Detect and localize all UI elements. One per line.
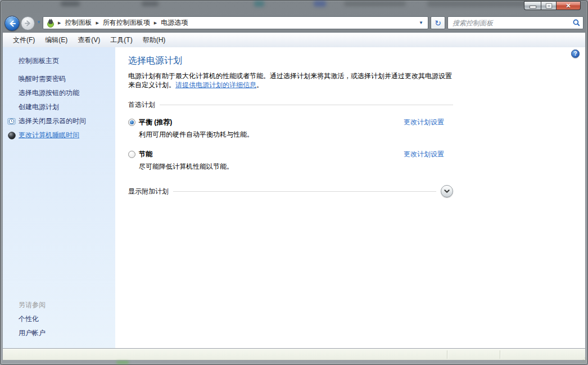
sidebar-item-choose-display-off-time[interactable]: 选择关闭显示器的时间	[3, 114, 115, 128]
section-divider	[160, 105, 453, 105]
preferred-plans-section: 首选计划	[128, 100, 453, 110]
plan-name[interactable]: 平衡 (推荐)	[139, 118, 172, 127]
blur-blob	[142, 1, 159, 6]
power-options-window: ✕ ▼ ▶ 控制面板 ▶ 所有控制面板项 ▶ 电源选项 ▼ ↻	[0, 0, 588, 365]
search-box	[447, 16, 584, 29]
search-input[interactable]	[448, 19, 569, 27]
plan-details-link[interactable]: 请提供电源计划的详细信息	[175, 81, 256, 89]
help-icon: ?	[573, 51, 577, 57]
sidebar-item-create-power-plan[interactable]: 创建电源计划	[3, 100, 115, 114]
change-plan-settings-link-power-saver[interactable]: 更改计划设置	[404, 150, 444, 159]
sidebar-item-label: 用户帐户	[19, 328, 46, 338]
maximize-icon	[546, 4, 551, 8]
sidebar-item-control-panel-home[interactable]: 控制面板主页	[3, 54, 115, 68]
page-title: 选择电源计划	[128, 55, 585, 66]
status-separator	[500, 350, 500, 359]
address-history-dropdown-icon[interactable]: ▼	[419, 20, 428, 25]
plan-name[interactable]: 节能	[139, 150, 152, 159]
sidebar-item-label: 创建电源计划	[19, 102, 59, 112]
sidebar-item-label: 选择关闭显示器的时间	[19, 116, 86, 126]
menu-tools[interactable]: 工具(T)	[105, 34, 137, 47]
status-bar	[3, 348, 585, 360]
maximize-button[interactable]	[541, 1, 557, 10]
resize-grip[interactable]	[579, 356, 587, 364]
sidebar-item-personalization[interactable]: 个性化	[3, 312, 115, 326]
search-icon	[572, 19, 581, 27]
help-button[interactable]: ?	[571, 49, 580, 58]
preferred-plans-label: 首选计划	[128, 100, 155, 110]
menu-view[interactable]: 查看(V)	[73, 34, 105, 47]
minimize-icon	[530, 6, 536, 8]
menu-edit[interactable]: 编辑(E)	[40, 34, 73, 47]
refresh-icon: ↻	[435, 19, 441, 28]
sidebar-item-change-computer-sleep-time[interactable]: 更改计算机睡眠时间	[3, 128, 115, 142]
sidebar-item-label: 唤醒时需要密码	[19, 74, 66, 84]
titlebar[interactable]	[0, 0, 588, 15]
back-arrow-icon	[8, 20, 16, 27]
plan-balanced: 平衡 (推荐) 更改计划设置 利用可用的硬件自动平衡功耗与性能。	[128, 118, 453, 139]
sidebar: 控制面板主页 唤醒时需要密码 选择电源按钮的功能 创建电源计划	[3, 47, 115, 348]
see-also-header: 另请参阅	[3, 298, 115, 312]
sidebar-item-label: 个性化	[19, 314, 39, 324]
breadcrumb-item-all-items[interactable]: 所有控制面板项	[99, 18, 153, 28]
sidebar-item-label: 选择电源按钮的功能	[19, 88, 79, 98]
back-button[interactable]	[4, 16, 20, 31]
power-options-icon[interactable]	[46, 19, 55, 28]
menu-help[interactable]: 帮助(H)	[138, 34, 171, 47]
sidebar-item-user-accounts[interactable]: 用户帐户	[3, 326, 115, 340]
radio-plan-balanced[interactable]	[128, 119, 135, 126]
blur-blob	[116, 361, 129, 364]
blur-blob	[61, 1, 80, 6]
breadcrumb-chevron-icon[interactable]: ▶	[57, 21, 61, 25]
additional-plans-section: 显示附加计划	[128, 185, 453, 197]
section-divider	[173, 191, 436, 192]
breadcrumb-item-control-panel[interactable]: 控制面板	[61, 18, 95, 28]
blur-blob	[427, 1, 528, 7]
intro-period: 。	[256, 81, 263, 89]
plan-description: 尽可能降低计算机性能以节能。	[139, 162, 453, 172]
breadcrumb-chevron-icon[interactable]: ▶	[95, 21, 99, 25]
menu-bar: 文件(F) 编辑(E) 查看(V) 工具(T) 帮助(H)	[3, 32, 585, 47]
show-additional-plans-button[interactable]	[441, 185, 453, 197]
forward-arrow-icon	[24, 20, 31, 26]
minimize-button[interactable]	[524, 1, 541, 10]
sidebar-item-label: 控制面板主页	[19, 56, 59, 66]
breadcrumb-item-power-options[interactable]: 电源选项	[157, 18, 191, 28]
resize-grip-icon	[579, 356, 587, 364]
window-body: 控制面板主页 唤醒时需要密码 选择电源按钮的功能 创建电源计划	[3, 47, 585, 348]
status-separator	[447, 350, 447, 359]
chevron-down-icon	[441, 185, 453, 197]
breadcrumb-chevron-icon[interactable]: ▶	[153, 21, 157, 25]
address-bar[interactable]: ▶ 控制面板 ▶ 所有控制面板项 ▶ 电源选项 ▼	[43, 16, 428, 29]
plan-description: 利用可用的硬件自动平衡功耗与性能。	[139, 130, 453, 139]
menu-file[interactable]: 文件(F)	[8, 34, 40, 47]
sleep-moon-icon	[7, 131, 16, 140]
blur-blob	[254, 1, 264, 7]
recent-pages-dropdown[interactable]: ▼	[37, 20, 41, 25]
change-plan-settings-link-balanced[interactable]: 更改计划设置	[404, 118, 444, 127]
display-timer-icon	[7, 117, 16, 126]
window-controls: ✕	[524, 1, 581, 10]
plan-power-saver: 节能 更改计划设置 尽可能降低计算机性能以节能。	[128, 150, 453, 172]
close-button[interactable]: ✕	[557, 1, 581, 10]
blur-blob	[314, 1, 326, 7]
main-content: ? 选择电源计划 电源计划有助于最大化计算机的性能或者节能。通过选择计划来将其激…	[115, 47, 585, 348]
blur-blob	[344, 1, 406, 6]
additional-plans-label: 显示附加计划	[128, 187, 169, 196]
sidebar-item-choose-power-button-function[interactable]: 选择电源按钮的功能	[3, 86, 115, 100]
radio-plan-power-saver[interactable]	[128, 151, 135, 158]
refresh-button[interactable]: ↻	[431, 16, 445, 29]
close-icon: ✕	[566, 2, 571, 10]
sidebar-item-require-password-on-wakeup[interactable]: 唤醒时需要密码	[3, 72, 115, 86]
intro-paragraph: 电源计划有助于最大化计算机的性能或者节能。通过选择计划来将其激活，或选择计划并通…	[128, 71, 453, 89]
sidebar-item-label: 更改计算机睡眠时间	[19, 130, 79, 140]
see-also-section: 另请参阅 个性化 用户帐户	[3, 298, 115, 340]
search-button[interactable]	[569, 17, 583, 29]
forward-button[interactable]	[21, 16, 35, 30]
